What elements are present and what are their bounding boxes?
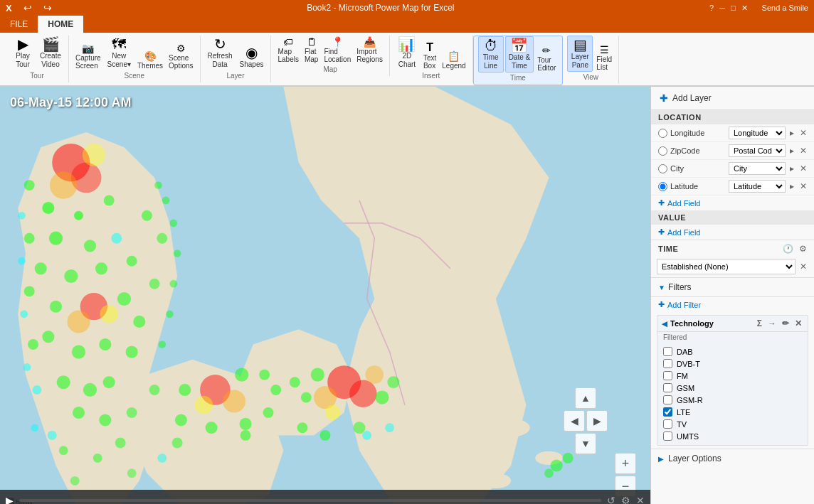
map-group-label: Map [323, 65, 337, 73]
latitude-radio[interactable] [658, 182, 667, 191]
svg-point-33 [99, 414, 111, 427]
filter-edit-icon[interactable]: ✏ [781, 318, 791, 329]
filter-option-dvbt: DVB-T [663, 358, 802, 370]
layer-options-button[interactable]: ▶ Layer Options [651, 449, 814, 468]
layer-pane-icon: ▤ [574, 38, 587, 52]
maximize-btn[interactable]: □ [731, 4, 736, 13]
filter-checkbox-dab[interactable] [663, 347, 672, 356]
timeline-close-icon[interactable]: ✕ [636, 495, 645, 504]
shapes-button[interactable]: ◉ Shapes [237, 44, 267, 70]
longitude-dropdown[interactable]: Longitude [729, 127, 786, 139]
add-value-field-button[interactable]: ✚ Add Field [651, 225, 814, 240]
timeline-track[interactable] [19, 499, 601, 502]
timeline-settings-icon[interactable]: ⚙ [621, 495, 630, 504]
city-radio[interactable] [658, 164, 667, 173]
zipcode-arrow-icon[interactable]: ▸ [788, 145, 796, 156]
filter-option-lte: LTE [663, 406, 802, 418]
tab-home[interactable]: HOME [38, 16, 83, 33]
map-svg [0, 87, 650, 504]
latitude-arrow-icon[interactable]: ▸ [788, 181, 796, 192]
nav-up-button[interactable]: ▲ [575, 387, 596, 409]
date-time-button[interactable]: 📅 Date &Time [505, 36, 534, 73]
legend-button[interactable]: 📋 Legend [440, 50, 467, 70]
filter-checkbox-umts[interactable] [663, 431, 672, 441]
svg-point-85 [23, 363, 31, 371]
time-settings-icon[interactable]: ⚙ [798, 243, 808, 254]
time-line-button[interactable]: ⏱ TimeLine [478, 36, 504, 73]
capture-screen-button[interactable]: 📷 CaptureScreen [73, 42, 103, 70]
send-smile[interactable]: Send a Smile [762, 4, 808, 13]
add-field-location-button[interactable]: ✚ Add Field [651, 195, 814, 210]
latitude-close-icon[interactable]: ✕ [798, 181, 808, 192]
help-btn[interactable]: ? [709, 4, 714, 13]
city-arrow-icon[interactable]: ▸ [788, 163, 796, 174]
time-close-icon[interactable]: ✕ [798, 261, 808, 272]
longitude-arrow-icon[interactable]: ▸ [788, 127, 796, 139]
filter-checkbox-gsmr[interactable] [663, 395, 672, 404]
filter-checkbox-tv[interactable] [663, 419, 672, 429]
tour-editor-icon: ✏ [542, 45, 551, 56]
filter-checkbox-lte[interactable] [663, 407, 672, 417]
svg-point-64 [263, 407, 274, 418]
city-close-icon[interactable]: ✕ [798, 163, 808, 174]
svg-point-61 [270, 385, 281, 395]
flat-map-icon: 🗒 [307, 36, 317, 48]
map-labels-button[interactable]: 🏷 MapLabels [275, 36, 300, 64]
themes-button[interactable]: 🎨 Themes [135, 50, 165, 70]
svg-point-31 [103, 376, 115, 388]
nav-right-button[interactable]: ▶ [586, 410, 608, 431]
close-btn[interactable]: ✕ [741, 4, 748, 13]
text-box-button[interactable]: T TextBox [421, 41, 438, 70]
longitude-close-icon[interactable]: ✕ [798, 127, 808, 139]
zipcode-dropdown[interactable]: Postal Code [729, 144, 786, 157]
time-select[interactable]: Established (None) [657, 259, 796, 274]
tab-file[interactable]: FILE [0, 16, 38, 33]
city-dropdown[interactable]: City [729, 162, 786, 175]
import-regions-button[interactable]: 📥 ImportRegions [354, 36, 385, 64]
minimize-btn[interactable]: ─ [719, 4, 725, 13]
map-container[interactable]: 06-May-15 12:00 AM [0, 87, 650, 504]
filter-close-icon[interactable]: ✕ [793, 318, 803, 329]
nav-down-button[interactable]: ▼ [575, 433, 596, 454]
filter-checkbox-fm[interactable] [663, 371, 672, 380]
latitude-dropdown[interactable]: Latitude [729, 180, 786, 193]
find-location-button[interactable]: 📍 FindLocation [322, 36, 353, 64]
play-tour-button[interactable]: ▶ PlayTour [10, 36, 36, 70]
filter-sigma-icon[interactable]: Σ [756, 318, 763, 329]
timeline-play-button[interactable]: ▶ [6, 495, 14, 504]
svg-point-21 [100, 305, 118, 323]
zipcode-close-icon[interactable]: ✕ [798, 145, 808, 156]
time-clock-icon[interactable]: 🕐 [781, 243, 795, 254]
new-scene-button[interactable]: 🗺 NewScene▾ [105, 36, 134, 70]
add-filter-button[interactable]: ✚ Add Filter [651, 297, 814, 312]
field-list-button[interactable]: ☰ FieldList [594, 43, 614, 72]
2d-chart-button[interactable]: 📊 2DChart [394, 36, 420, 70]
svg-point-28 [126, 346, 138, 358]
timeline-refresh-icon[interactable]: ↺ [607, 495, 615, 504]
filter-label-gsmr: GSM-R [677, 396, 703, 404]
create-video-button[interactable]: 🎬 CreateVideo [37, 36, 64, 70]
svg-point-47 [235, 368, 248, 382]
shapes-icon: ◉ [245, 45, 258, 60]
add-layer-button[interactable]: ✚ Add Layer [651, 87, 814, 110]
themes-icon: 🎨 [144, 50, 157, 62]
zoom-in-button[interactable]: + [615, 453, 636, 474]
filters-label: Filters [668, 282, 692, 292]
filter-checkbox-gsm[interactable] [663, 383, 672, 392]
flat-map-button[interactable]: 🗒 FlatMap [302, 36, 320, 64]
longitude-radio[interactable] [658, 129, 667, 138]
svg-point-77 [93, 454, 102, 463]
nav-left-button[interactable]: ◀ [564, 410, 585, 431]
layer-pane-button[interactable]: ▤ LayerPane [567, 36, 593, 72]
filter-arrow-icon[interactable]: → [766, 318, 778, 329]
svg-point-63 [301, 392, 312, 403]
scene-options-button[interactable]: ⚙ SceneOptions [166, 42, 195, 70]
filters-section-header[interactable]: ▼ Filters [651, 278, 814, 297]
filter-checkbox-dvbt[interactable] [663, 359, 672, 368]
tour-editor-button[interactable]: ✏ TourEditor [535, 44, 558, 73]
zipcode-radio[interactable] [658, 146, 667, 156]
refresh-data-button[interactable]: ↻ RefreshData [205, 36, 236, 70]
filter-option-dab: DAB [663, 345, 802, 358]
svg-point-75 [157, 454, 166, 463]
scene-group-label: Scene [125, 72, 144, 80]
